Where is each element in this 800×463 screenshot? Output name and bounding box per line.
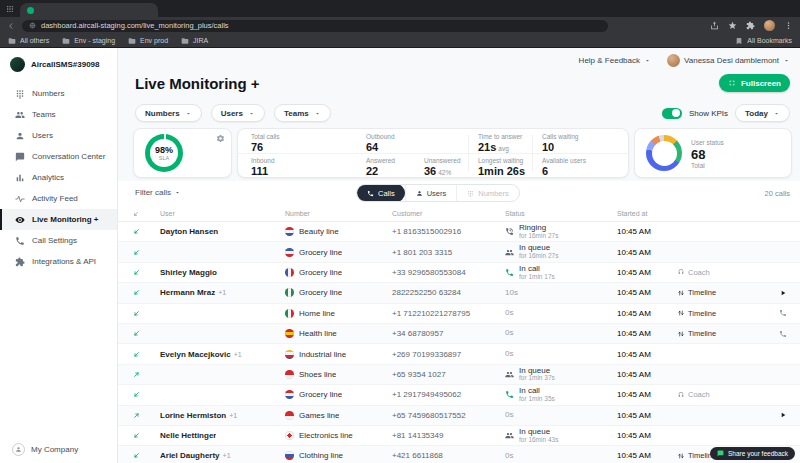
- bookmark-env-staging[interactable]: Env - staging: [62, 37, 115, 45]
- column-header-customer[interactable]: Customer: [392, 210, 505, 217]
- sidebar-item-integrations-api[interactable]: Integrations & API: [0, 251, 117, 272]
- teams-filter-dropdown[interactable]: Teams: [274, 104, 331, 122]
- tab-numbers[interactable]: Numbers: [456, 184, 518, 202]
- table-row[interactable]: Grocery line+1 801 203 3315In queuefor 1…: [118, 242, 800, 262]
- table-row[interactable]: Health line+34 687809570s10:45 AMTimelin…: [118, 324, 800, 344]
- fullscreen-icon: [728, 79, 736, 87]
- tab-calls[interactable]: Calls: [357, 184, 405, 202]
- table-row[interactable]: Dayton HansenBeauty line+1 8163515002916…: [118, 222, 800, 242]
- extensions-icon[interactable]: [746, 21, 755, 30]
- kpi-outbound: Outbound 64: [366, 133, 424, 154]
- table-body: Dayton HansenBeauty line+1 8163515002916…: [118, 222, 800, 463]
- call-direction-cell: [118, 248, 160, 257]
- status-label: Ringing: [519, 224, 558, 232]
- sidebar-item-label: Users: [32, 131, 53, 140]
- line-name: Health line: [299, 329, 337, 338]
- kpi-total-calls: Total calls 76: [238, 133, 366, 154]
- country-flag-icon: [285, 248, 294, 257]
- started-at-cell: 10:45 AM: [615, 268, 677, 277]
- transfer-call-button[interactable]: [779, 309, 787, 317]
- column-header-status[interactable]: Status: [505, 210, 615, 217]
- browser-menu-icon[interactable]: [784, 21, 793, 30]
- user-menu[interactable]: Vanessa Desi damblemont: [667, 54, 790, 67]
- timeline-button[interactable]: Timeline: [677, 329, 716, 338]
- sidebar-item-numbers[interactable]: Numbers: [0, 83, 117, 104]
- sidebar-item-users[interactable]: Users: [0, 125, 117, 146]
- play-button[interactable]: [779, 289, 787, 297]
- url-field[interactable]: dashboard.aircall-staging.com/live_monit…: [22, 20, 608, 32]
- customer-cell: +34 68780957: [392, 329, 505, 338]
- chevron-down-icon: [773, 110, 780, 117]
- coach-button[interactable]: Coach: [677, 268, 710, 277]
- play-button[interactable]: [779, 411, 787, 419]
- column-header-started-at[interactable]: Started at: [615, 210, 677, 217]
- column-header-number[interactable]: Number: [285, 210, 392, 217]
- user-name: Evelyn Macejkovic: [160, 350, 231, 359]
- browser-profile-avatar[interactable]: [764, 20, 775, 31]
- timeline-label: Timeline: [688, 329, 716, 338]
- user-status-card: User status 68 Total: [634, 128, 792, 178]
- period-dropdown[interactable]: Today: [735, 104, 790, 122]
- bookmark-star-icon[interactable]: [728, 21, 737, 30]
- bookmark-env-prod[interactable]: Env prod: [128, 37, 168, 45]
- sidebar-item-conversation-center[interactable]: Conversation Center: [0, 146, 117, 167]
- show-kpis-toggle[interactable]: [662, 108, 682, 119]
- table-row[interactable]: Nelle HettingerElectronics line+81 14135…: [118, 426, 800, 446]
- number-cell: Grocery line: [285, 268, 392, 277]
- user-cell: Ariel Daugherty+1: [160, 451, 285, 460]
- column-header-direction: [118, 210, 160, 218]
- table-row[interactable]: Hermann Mraz+1Grocery line2822252250 632…: [118, 283, 800, 303]
- timeline-button[interactable]: Timeline: [677, 309, 716, 318]
- started-at: 10:45 AM: [617, 329, 651, 338]
- share-feedback-button[interactable]: Share your feedback: [710, 447, 795, 460]
- sidebar-item-analytics[interactable]: Analytics: [0, 167, 117, 188]
- ringing-icon: [505, 227, 514, 236]
- numbers-filter-dropdown[interactable]: Numbers: [135, 104, 202, 122]
- table-row[interactable]: Ariel Daugherty+1Clothing line+421 66118…: [118, 446, 800, 463]
- sla-settings-button[interactable]: [216, 134, 225, 143]
- back-icon[interactable]: [7, 22, 15, 30]
- kpi-value: 111: [251, 165, 268, 177]
- folder-icon: [62, 37, 70, 45]
- coach-button[interactable]: Coach: [677, 390, 710, 399]
- avatar: [667, 54, 680, 67]
- table-row[interactable]: Home line+1 7122102212787950s10:45 AMTim…: [118, 304, 800, 324]
- started-at: 10:45 AM: [617, 431, 651, 440]
- help-feedback-menu[interactable]: Help & Feedback: [579, 56, 651, 65]
- number-cell: Home line: [285, 309, 392, 318]
- bookmarks-list: All othersEnv - stagingEnv prodJIRA: [8, 37, 208, 45]
- workspace-switcher[interactable]: AircallSMS#39098: [0, 48, 117, 83]
- customer-number: 2822252250 63284: [392, 288, 461, 297]
- browser-tab[interactable]: [20, 3, 158, 17]
- site-info-icon[interactable]: [29, 22, 36, 29]
- bookmark-label: Env - staging: [74, 37, 115, 44]
- bookmark-jira[interactable]: JIRA: [181, 37, 208, 45]
- table-row[interactable]: Evelyn Macejkovic+1Industrial line+269 7…: [118, 344, 800, 364]
- sidebar-item-call-settings[interactable]: Call Settings: [0, 230, 117, 251]
- status-text: 0s: [505, 452, 513, 460]
- transfer-call-button[interactable]: [779, 330, 787, 338]
- users-filter-dropdown[interactable]: Users: [211, 104, 265, 122]
- bookmark-all-others[interactable]: All others: [8, 37, 49, 45]
- started-at: 10:45 AM: [617, 411, 651, 420]
- status-cell: 0s: [505, 411, 615, 419]
- status-cell: In callfor 1min 17s: [505, 265, 615, 281]
- tab-users[interactable]: Users: [405, 184, 457, 202]
- sidebar-item-my-company[interactable]: My Company: [0, 443, 117, 456]
- table-row[interactable]: Shirley MaggioGrocery line+33 9296580553…: [118, 263, 800, 283]
- column-header-user[interactable]: User: [160, 210, 285, 217]
- filter-calls-dropdown[interactable]: Filter calls: [135, 188, 181, 197]
- user-extra-count: +1: [229, 412, 237, 419]
- all-bookmarks[interactable]: All Bookmarks: [735, 37, 792, 45]
- table-row[interactable]: Shoes line+65 9354 1027In queuefor 1min …: [118, 365, 800, 385]
- sidebar-item-teams[interactable]: Teams: [0, 104, 117, 125]
- tab-search-icon[interactable]: [6, 5, 14, 13]
- share-icon[interactable]: [710, 21, 719, 30]
- filter-bar: Numbers Users Teams Show KPIs Today: [135, 104, 790, 122]
- sidebar-item-live-monitoring[interactable]: Live Monitoring +: [0, 209, 117, 230]
- sidebar-item-activity-feed[interactable]: Activity Feed: [0, 188, 117, 209]
- table-row[interactable]: Lorine Hermiston+1Games line+65 74596805…: [118, 406, 800, 426]
- fullscreen-button[interactable]: Fullscreen: [719, 74, 790, 92]
- table-row[interactable]: Grocery line+1 2917949495062In callfor 1…: [118, 385, 800, 405]
- timeline-button[interactable]: Timeline: [677, 288, 716, 297]
